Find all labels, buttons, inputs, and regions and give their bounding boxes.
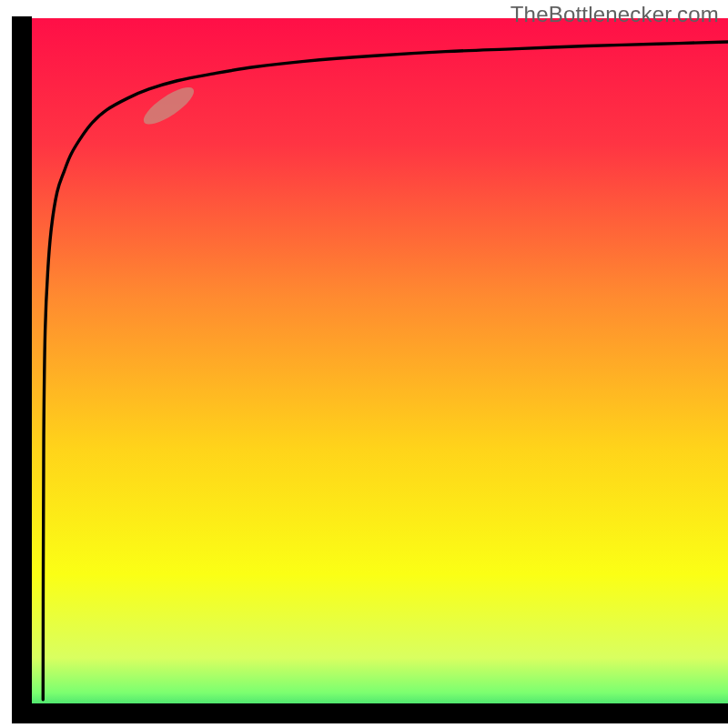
gradient-background — [22, 18, 728, 713]
watermark-text: TheBottlenecker.com — [511, 2, 719, 27]
chart-root: TheBottlenecker.com — [0, 0, 728, 728]
chart-svg — [0, 0, 728, 728]
